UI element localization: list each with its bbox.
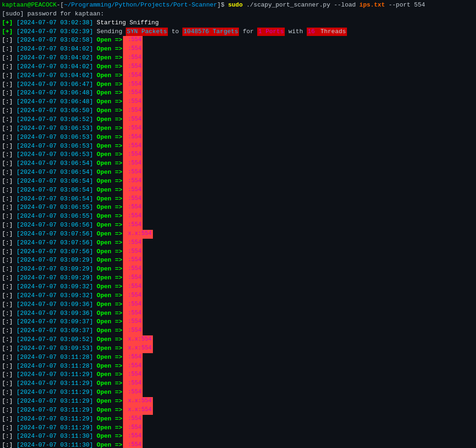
log-bracket: [:] xyxy=(2,63,16,71)
log-dt: [2024-07-07 03:09:29] xyxy=(16,274,93,283)
log-ip-highlight: :554 xyxy=(123,292,143,300)
log-lines-container: [:] [2024-07-07 03:02:58] Open => :554[:… xyxy=(2,36,474,448)
log-bracket: [:] xyxy=(2,195,16,204)
log-line: [:] [2024-07-07 03:06:50] Open => :554 xyxy=(2,107,474,115)
log-line: [:] [2024-07-07 03:04:02] Open => :554 xyxy=(2,45,474,54)
log-line: [:] [2024-07-07 03:06:53] Open => :554 xyxy=(2,124,474,133)
log-line: [:] [2024-07-07 03:04:02] Open => :554 xyxy=(2,63,474,71)
log-line: [:] [2024-07-07 03:11:28] Open => :554 xyxy=(2,362,474,371)
log-ip-highlight: :554 xyxy=(123,424,143,433)
log-dt: [2024-07-07 03:06:56] xyxy=(16,221,93,230)
log-bracket: [:] xyxy=(2,45,16,54)
log-bracket: [:] xyxy=(2,441,16,448)
log-dt: [2024-07-07 03:06:53] xyxy=(16,150,93,159)
log-bracket: [:] xyxy=(2,379,16,388)
log-open-text: Open => xyxy=(93,239,122,248)
log-msg-sniff: Starting Sniffing xyxy=(93,19,159,28)
log-open-text: Open => xyxy=(93,379,122,388)
log-dt: [2024-07-07 03:06:48] xyxy=(16,98,93,107)
log-bracket: [:] xyxy=(2,432,16,441)
cmd-script: ./scapy_port_scanner.py --load xyxy=(243,1,360,10)
log-open-text: Open => xyxy=(93,124,122,133)
log-dt: [2024-07-07 03:09:32] xyxy=(16,292,93,300)
log-line: [:] [2024-07-07 03:06:54] Open => :554 xyxy=(2,177,474,186)
log-line: [:] [2024-07-07 03:06:54] Open => :554 xyxy=(2,168,474,177)
log-ip-highlight: :554 xyxy=(123,256,143,265)
log-open-text: Open => xyxy=(93,230,122,239)
log-dt: [2024-07-07 03:06:53] xyxy=(16,142,93,151)
log-ip-highlight: :554 xyxy=(123,98,143,107)
log-bracket: [:] xyxy=(2,186,16,195)
log-line: [:] [2024-07-07 03:11:28] Open => :554 xyxy=(2,353,474,362)
log-line: [:] [2024-07-07 03:06:53] Open => :554 xyxy=(2,133,474,142)
hl-threads-label: Threads xyxy=(316,28,346,36)
log-open-text: Open => xyxy=(93,36,122,45)
log-line: [:] [2024-07-07 03:11:30] Open => :554 xyxy=(2,432,474,441)
log-line: [:] [2024-07-07 03:06:47] Open => :554 xyxy=(2,80,474,89)
log-bracket: [:] xyxy=(2,221,16,230)
log-line-sniff: [+] [2024-07-07 03:02:38] Starting Sniff… xyxy=(2,19,474,28)
log-open-text: Open => xyxy=(93,195,122,204)
log-line: [:] [2024-07-07 03:06:56] Open => :554 xyxy=(2,221,474,230)
log-ip-highlight: :554 xyxy=(123,80,143,89)
log-bracket: [:] xyxy=(2,230,16,239)
log-bracket: [:] xyxy=(2,133,16,142)
log-dt: [2024-07-07 03:06:47] xyxy=(16,80,93,89)
log-bracket: [:] xyxy=(2,36,16,45)
log-dt: [2024-07-07 03:09:52] xyxy=(16,335,93,344)
prompt-user: kaptaan xyxy=(2,1,28,10)
log-ip-highlight: :554 xyxy=(123,107,143,115)
log-dt: [2024-07-07 03:09:53] xyxy=(16,344,93,353)
log-line: [:] [2024-07-07 03:06:53] Open => :554 xyxy=(2,142,474,151)
log-bracket: [:] xyxy=(2,424,16,433)
cmd-ips-file: ips.txt xyxy=(360,1,385,10)
log-bracket: [:] xyxy=(2,353,16,362)
log-line: [:] [2024-07-07 03:09:32] Open => :554 xyxy=(2,292,474,300)
log-bracket: [:] xyxy=(2,256,16,265)
log-bracket: [:] xyxy=(2,177,16,186)
log-open-text: Open => xyxy=(93,248,122,256)
log-ip-highlight: :554 xyxy=(123,327,143,335)
log-bracket: [:] xyxy=(2,239,16,248)
prompt-bracket-open: [ xyxy=(60,1,64,10)
prompt-bracket-close: ] xyxy=(217,1,221,10)
log-ip-highlight: :554 xyxy=(123,124,143,133)
log-dt: [2024-07-07 03:11:28] xyxy=(16,353,93,362)
log-open-text: Open => xyxy=(93,107,122,115)
log-bracket: [:] xyxy=(2,318,16,327)
log-dt: [2024-07-07 03:09:36] xyxy=(16,300,93,309)
log-bracket: [:] xyxy=(2,203,16,212)
log-bracket: [:] xyxy=(2,159,16,168)
log-bracket: [:] xyxy=(2,292,16,300)
log-line: [:] [2024-07-07 03:11:29] Open => x.x:55… xyxy=(2,406,474,415)
sudo-prompt-text: [sudo] password for kaptaan: xyxy=(2,10,104,19)
log-ip-highlight: :554 xyxy=(123,318,143,327)
log-bracket: [:] xyxy=(2,406,16,415)
log-dt: [2024-07-07 03:06:54] xyxy=(16,186,93,195)
log-dt: [2024-07-07 03:11:29] xyxy=(16,406,93,415)
log-ip-highlight: :554 xyxy=(123,415,143,424)
log-open-text: Open => xyxy=(93,432,122,441)
log-open-text: Open => xyxy=(93,406,122,415)
log-dt: [2024-07-07 03:06:55] xyxy=(16,212,93,221)
log-ip-highlight: :554 xyxy=(123,432,143,441)
log-open-text: Open => xyxy=(93,370,122,379)
log-open-text: Open => xyxy=(93,89,122,98)
log-open-text: Open => xyxy=(93,203,122,212)
log-ip-highlight: :554 xyxy=(123,150,143,159)
log-ip-highlight: :554 xyxy=(123,265,143,274)
log-line: [:] [2024-07-07 03:06:48] Open => :554 xyxy=(2,98,474,107)
log-open-text: Open => xyxy=(93,362,122,371)
log-dt: [2024-07-07 03:06:52] xyxy=(16,115,93,124)
prompt-at: @ xyxy=(28,1,31,10)
log-open-text: Open => xyxy=(93,142,122,151)
log-line: [:] [2024-07-07 03:07:56] Open => :554 xyxy=(2,239,474,248)
log-dt: [2024-07-07 03:06:54] xyxy=(16,195,93,204)
log-open-text: Open => xyxy=(93,441,122,448)
log-ip-highlight: :554 xyxy=(123,177,143,186)
log-send-text3: for xyxy=(239,28,257,36)
log-bracket: [:] xyxy=(2,388,16,397)
log-open-text: Open => xyxy=(93,327,122,335)
log-line: [:] [2024-07-07 03:07:56] Open => :554 xyxy=(2,248,474,256)
log-dt: [2024-07-07 03:11:29] xyxy=(16,415,93,424)
